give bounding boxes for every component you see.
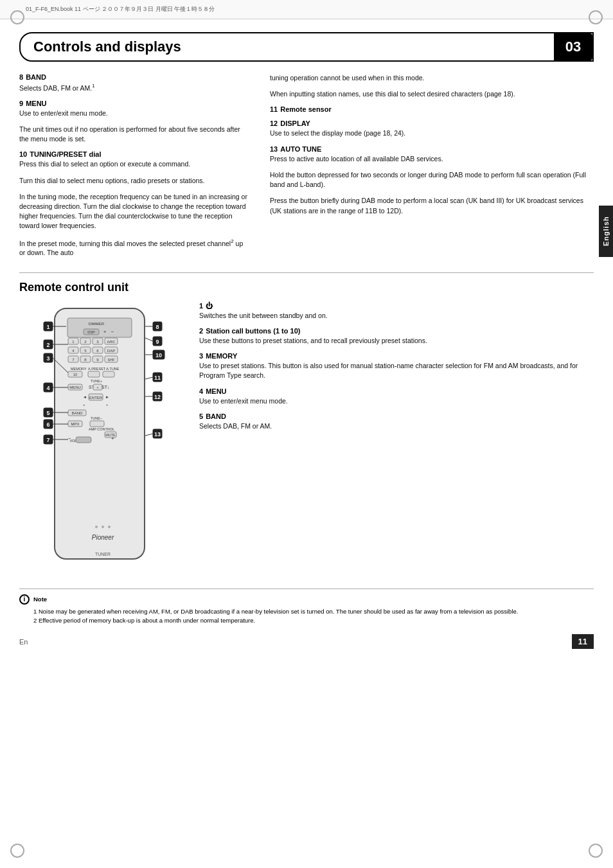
svg-text:◄: ◄	[83, 395, 87, 399]
svg-text:TUNER: TUNER	[95, 552, 111, 556]
svg-text:+: +	[106, 403, 109, 407]
section-12-heading: 12DISPLAY	[270, 120, 594, 127]
section-13-body2: Hold the button depressed for two second…	[270, 170, 594, 190]
left-column: 8BAND Selects DAB, FM or AM.1 9MENU Use …	[19, 73, 263, 265]
svg-text:ST↓: ST↓	[102, 385, 109, 389]
remote-section-2: 2Station call buttons (1 to 10) Use thes…	[199, 327, 594, 346]
svg-text:11: 11	[154, 375, 161, 381]
note-label: Note	[33, 595, 47, 604]
svg-text:TUNE−: TUNE−	[91, 416, 102, 420]
section-13-heading: 13AUTO TUNE	[270, 145, 594, 153]
remote-3-heading: 3MEMORY	[199, 352, 594, 360]
svg-text:3: 3	[46, 355, 49, 362]
section-9-note: The unit times out if no operation is pe…	[19, 125, 251, 144]
section-10-heading: 10TUNING/PRESET dial	[19, 150, 251, 158]
note-icon: i	[19, 594, 30, 605]
remote-section: Remote control unit DIMMER DSP + −	[19, 281, 594, 580]
section-9-body: Use to enter/exit menu mode.	[19, 109, 251, 118]
corner-decoration-tl	[10, 10, 24, 24]
svg-rect-0	[55, 308, 145, 559]
svg-text:+: +	[103, 329, 107, 335]
section-13: 13AUTO TUNE Press to active auto locatio…	[270, 145, 594, 164]
svg-text:10: 10	[73, 373, 77, 376]
chapter-title-area: Controls and displays	[21, 33, 554, 60]
svg-text:SHF: SHF	[108, 358, 116, 362]
right-column: tuning operation cannot be used when in …	[263, 73, 594, 265]
svg-text:12: 12	[154, 394, 161, 400]
remote-5-heading: 5BAND	[199, 412, 594, 420]
svg-text:ENTER: ENTER	[89, 396, 103, 400]
remote-image-area: DIMMER DSP + − 1 2 3 A/RC	[19, 302, 186, 580]
svg-text:Pioneer: Pioneer	[92, 534, 114, 541]
svg-text:A/RC: A/RC	[107, 340, 115, 344]
svg-text:−: −	[111, 329, 114, 335]
remote-5-body: Selects DAB, FM or AM.	[199, 421, 594, 431]
svg-text:MEMORY: MEMORY	[71, 367, 87, 371]
section-divider	[19, 272, 594, 273]
section-11-heading: 11Remote sensor	[270, 105, 594, 113]
language-tab: English	[599, 206, 613, 257]
remote-control-svg: DIMMER DSP + − 1 2 3 A/RC	[19, 302, 186, 578]
svg-text:TUNE+: TUNE+	[91, 379, 102, 383]
right-cont1-body: tuning operation cannot be used when in …	[270, 73, 594, 83]
svg-line-101	[145, 377, 153, 379]
remote-2-body: Use these buttons to preset stations, an…	[199, 336, 594, 346]
right-cont2: When inputting station names, use this d…	[270, 89, 594, 99]
section-11: 11Remote sensor	[270, 105, 594, 113]
section-12: 12DISPLAY Use to select the display mode…	[270, 120, 594, 138]
svg-text:BAND: BAND	[72, 411, 83, 415]
section-13-c: Press the button briefly during DAB mode…	[270, 196, 594, 215]
note-header: i Note	[19, 594, 594, 605]
svg-rect-61	[76, 437, 91, 443]
svg-text:AMP CONTROL: AMP CONTROL	[89, 427, 114, 431]
svg-text:DSP: DSP	[87, 330, 95, 334]
remote-section-3: 3MEMORY Use to preset stations. This but…	[199, 352, 594, 380]
svg-text:+: +	[96, 385, 99, 389]
section-9-note-body: The unit times out if no operation is pe…	[19, 125, 251, 144]
right-cont2-body: When inputting station names, use this d…	[270, 89, 594, 99]
corner-decoration-tr	[589, 10, 603, 24]
metadata-text: 01_F-F6_EN.book 11 ページ ２００７年９月３日 月曜日 午後１…	[26, 6, 215, 12]
section-10-d: In the preset mode, turning this dial mo…	[19, 238, 251, 258]
section-8-heading: 8BAND	[19, 73, 251, 81]
svg-point-67	[108, 526, 111, 528]
section-12-body: Use to select the display mode (page 18,…	[270, 128, 594, 138]
svg-line-107	[145, 434, 153, 436]
svg-text:9: 9	[155, 339, 159, 345]
note-section: i Note 1 Noise may be generated when rec…	[19, 589, 594, 626]
remote-layout: DIMMER DSP + − 1 2 3 A/RC	[19, 302, 594, 580]
section-10-body1: Press this dial to select an option or e…	[19, 159, 251, 169]
svg-text:7: 7	[46, 437, 49, 443]
svg-point-65	[102, 526, 104, 528]
svg-text:6: 6	[46, 421, 49, 428]
remote-1-heading: 1⏻	[199, 302, 594, 310]
svg-point-66	[95, 526, 98, 528]
section-13-b: Hold the button depressed for two second…	[270, 170, 594, 190]
page-number: 11	[572, 634, 594, 649]
section-13-body1: Press to active auto location of all ava…	[270, 154, 594, 164]
svg-text:−: −	[68, 436, 71, 441]
svg-rect-35	[88, 371, 100, 377]
remote-4-heading: 4MENU	[199, 387, 594, 395]
remote-1-body: Switches the unit between standby and on…	[199, 311, 594, 321]
svg-text:MENU: MENU	[69, 385, 81, 389]
remote-right-descriptions: 1⏻ Switches the unit between standby and…	[199, 302, 594, 438]
svg-text:5: 5	[46, 410, 49, 416]
svg-text:+: +	[83, 403, 85, 407]
remote-section-1: 1⏻ Switches the unit between standby and…	[199, 302, 594, 321]
page-bottom: En 11	[19, 634, 594, 649]
svg-text:A.PRESET A.TUNE: A.PRESET A.TUNE	[88, 367, 120, 371]
right-cont1: tuning operation cannot be used when in …	[270, 73, 594, 83]
section-10-body4: In the preset mode, turning this dial mo…	[19, 238, 251, 258]
remote-2-heading: 2Station call buttons (1 to 10)	[199, 327, 594, 335]
svg-text:1: 1	[46, 324, 49, 330]
svg-text:2: 2	[46, 342, 49, 348]
section-8-body: Selects DAB, FM or AM.1	[19, 82, 251, 93]
section-13-body3: Press the button briefly during DAB mode…	[270, 196, 594, 215]
remote-4-body: Use to enter/exit menu mode.	[199, 396, 594, 406]
svg-text:DIMMER: DIMMER	[89, 322, 105, 326]
remote-section-5: 5BAND Selects DAB, FM or AM.	[199, 412, 594, 431]
page: 01_F-F6_EN.book 11 ページ ２００７年９月３日 月曜日 午後１…	[0, 0, 613, 868]
page-title: Controls and displays	[33, 39, 181, 55]
chapter-number: 03	[554, 33, 592, 60]
